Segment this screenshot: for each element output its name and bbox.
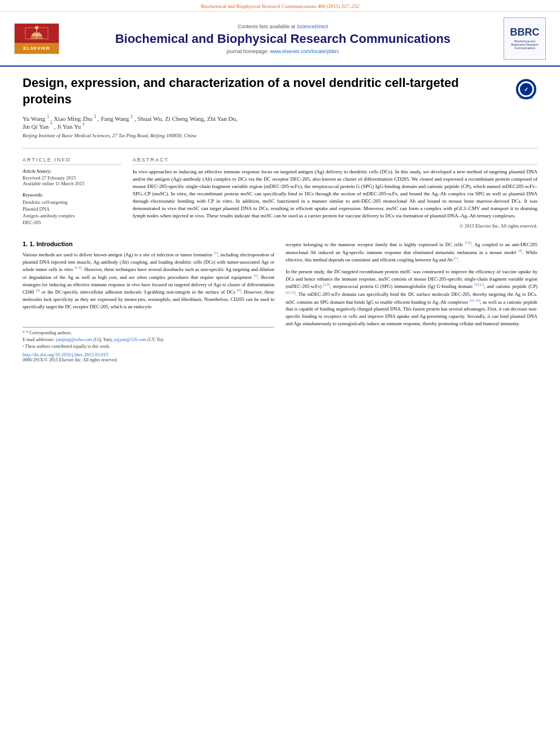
right-text-2b: , streptococcal protein G (SPG) immunogl… <box>330 283 474 289</box>
journal-citation-bar: Biochemical and Biophysical Research Com… <box>0 0 560 12</box>
article-title: Design, expression, and characterization… <box>23 75 509 107</box>
intro-text-1e: or the DC-specific intercellular adhesio… <box>40 289 237 295</box>
author-ji-yun-yu: Ji Yun Yu <box>57 123 82 130</box>
keywords-block: Keywords: Dendritic cell-targeting Plasm… <box>23 192 121 225</box>
section-number: 1. <box>23 241 29 247</box>
journal-logo-right: BBRC Biochemical andBiophysical Research… <box>504 18 549 60</box>
authors: Yu Wang 1 , Xiao Ming Zhu 1 , Fang Wang … <box>23 114 509 129</box>
bbrc-full-name: Biochemical andBiophysical ResearchCommu… <box>510 38 539 51</box>
keyword-3: Antigen–antibody complex <box>23 213 121 219</box>
ref-7-8: [7,8] <box>465 241 471 244</box>
contents-label: Contents lists available at <box>238 24 295 29</box>
author-zhi-yan-du: Zhi Yan Du, <box>207 115 238 122</box>
main-body: 1. 1. Introduction Various methods are u… <box>23 241 537 362</box>
article-info-column: ARTICLE INFO Article history: Received 2… <box>23 157 121 230</box>
svg-text:✓: ✓ <box>524 86 528 93</box>
author-superscript-1c: 1 <box>130 114 133 119</box>
keyword-4: DEC-205 <box>23 220 121 225</box>
right-text-1a: receptor belonging to the mannose recept… <box>286 242 465 247</box>
email-1-person: (J.Q. Yan), <box>93 337 113 342</box>
author-zi-cheng-wang: Zi Cheng Wang, <box>165 115 207 122</box>
journal-citation: Biochemical and Biophysical Research Com… <box>201 3 360 9</box>
bbrc-logo-box: BBRC Biochemical andBiophysical Research… <box>504 18 546 60</box>
sciencedirect-link[interactable]: ScienceDirect <box>297 24 329 29</box>
right-paragraph-2: In the present study, the DC-targeted re… <box>286 268 537 327</box>
author-jin-qi-yan: Jin Qi Yan <box>23 123 50 130</box>
doi-text: http://dx.doi.org/10.1016/j.bbrc.2015.03… <box>23 352 108 357</box>
homepage-line: journal homepage: www.elsevier.com/locat… <box>68 49 498 54</box>
author-dagger: † <box>82 122 85 127</box>
right-text-2c: , and cationic peptide (CP) <box>484 283 537 289</box>
abstract-label: ABSTRACT <box>133 157 537 165</box>
email-label: E-mail addresses: <box>23 337 55 342</box>
doi-link[interactable]: http://dx.doi.org/10.1016/j.bbrc.2015.03… <box>23 352 108 357</box>
email-1-link[interactable]: yanjinqi@sohu.com <box>56 337 92 342</box>
abstract-copyright: © 2015 Elsevier Inc. All rights reserved… <box>133 222 537 229</box>
bbrc-abbr: BBRC <box>510 27 540 38</box>
keyword-2: Plasmid DNA <box>23 206 121 212</box>
contents-available-line: Contents lists available at ScienceDirec… <box>68 24 498 29</box>
issn-line: 0006-291X/© 2015 Elsevier Inc. All right… <box>23 357 274 362</box>
article-title-text: Design, expression, and characterization… <box>23 75 509 141</box>
footnotes-section: * * Corresponding authors. E-mail addres… <box>23 327 274 362</box>
elsevier-tree-graphic <box>15 24 59 43</box>
article-title-section: Design, expression, and characterization… <box>23 75 537 148</box>
right-body-column: receptor belonging to the mannose recept… <box>286 241 537 362</box>
corresponding-label: * Corresponding authors. <box>26 330 72 335</box>
right-paragraph-1: receptor belonging to the mannose recept… <box>286 241 537 264</box>
email-2-link[interactable]: yujyun@126.com <box>114 337 146 342</box>
email-footnote: E-mail addresses: yanjinqi@sohu.com (J.Q… <box>23 337 274 342</box>
journal-header: ELSEVIER Contents lists available at Sci… <box>0 12 560 67</box>
keywords-title: Keywords: <box>23 192 121 198</box>
ref-10-11: [10,11] <box>474 283 484 286</box>
equal-contribution-note: ¹ These authors contributed equally to t… <box>23 344 274 349</box>
article-available: Available online 11 March 2015 <box>23 181 121 186</box>
article-history-title: Article history: <box>23 168 121 174</box>
crossmark-svg: ✓ CrossMark <box>515 78 537 101</box>
journal-title: Biochemical and Biophysical Research Com… <box>68 32 498 46</box>
elsevier-tree-svg <box>20 25 54 42</box>
right-text-1d: . <box>458 257 459 263</box>
author-fang-wang: Fang Wang <box>101 115 131 122</box>
ref-1a: [1] <box>214 251 218 255</box>
abstract-column: ABSTRACT In vivo approaches to inducing … <box>133 157 537 230</box>
elsevier-logo-section: ELSEVIER <box>11 23 62 54</box>
left-body-column: 1. 1. Introduction Various methods are u… <box>23 241 274 362</box>
ref-2-4: [2–4] <box>75 266 82 269</box>
elsevier-text: ELSEVIER <box>15 43 59 54</box>
ref-1c: [1] <box>454 256 458 260</box>
article-info-abstract-section: ARTICLE INFO Article history: Received 2… <box>23 157 537 230</box>
article-history-block: Article history: Received 27 February 20… <box>23 168 121 186</box>
ref-6: [6] <box>237 289 241 292</box>
article-info-label: ARTICLE INFO <box>23 157 121 165</box>
ref-12-13: [12,13] <box>286 291 296 294</box>
abstract-paragraph: In vivo approaches to inducing an effect… <box>133 168 537 220</box>
elsevier-logo: ELSEVIER <box>11 23 62 54</box>
ref-1-9: [1,9] <box>323 283 330 286</box>
ref-14-16: [14–16] <box>470 299 480 302</box>
author-star: * <box>50 122 53 127</box>
intro-paragraph-1: Various methods are used to deliver know… <box>23 251 274 310</box>
author-superscript-1b: 1 <box>94 114 96 119</box>
ref-5: [5] <box>36 289 40 292</box>
svg-point-2 <box>35 26 38 29</box>
email-2-person: (J.Y. Yu). <box>147 337 164 342</box>
author-shuai-wu: Shuai Wu, <box>138 115 165 122</box>
intro-heading: 1. 1. Introduction <box>23 241 274 247</box>
abstract-body: In vivo approaches to inducing an effect… <box>133 168 537 230</box>
homepage-link[interactable]: www.elsevier.com/locate/ybbrc <box>270 49 339 54</box>
elsevier-logo-image: ELSEVIER <box>14 23 59 54</box>
intro-text-1: Various methods are used to deliver know… <box>23 252 214 257</box>
crossmark-badge: ✓ CrossMark <box>515 78 537 101</box>
doi-line: http://dx.doi.org/10.1016/j.bbrc.2015.03… <box>23 352 274 357</box>
svg-text:CrossMark: CrossMark <box>519 96 533 99</box>
author-superscript-1a: 1 <box>47 114 49 119</box>
author-xiao-ming-zhu: Xiao Ming Zhu <box>54 115 94 122</box>
affiliation: Beijing Institute of Basic Medical Scien… <box>23 133 509 138</box>
article-received: Received 27 February 2015 <box>23 175 121 181</box>
keyword-1: Dendritic cell-targeting <box>23 199 121 205</box>
article-main: Design, expression, and characterization… <box>0 67 560 371</box>
author-yu-wang: Yu Wang <box>23 115 47 122</box>
homepage-label: journal homepage: <box>226 49 269 54</box>
section-title: 1. Introduction <box>29 241 72 247</box>
